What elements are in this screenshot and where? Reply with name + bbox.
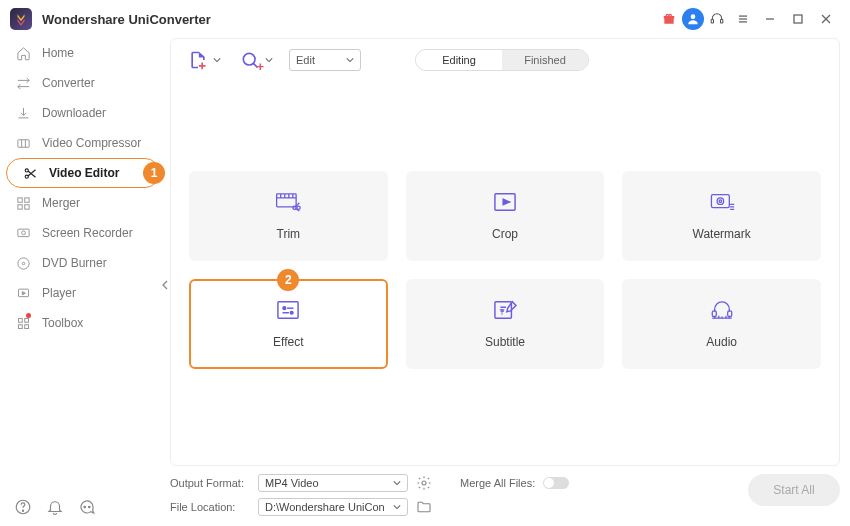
tile-trim[interactable]: Trim [189, 171, 388, 261]
tile-crop[interactable]: Crop [406, 171, 605, 261]
minimize-button[interactable] [756, 5, 784, 33]
svg-point-32 [717, 198, 724, 205]
folder-icon[interactable] [416, 499, 432, 515]
main-panel: + Edit Editing Finished Trim Crop Waterm… [170, 38, 840, 466]
toolbar: + Edit Editing Finished [171, 39, 839, 81]
tile-watermark[interactable]: Watermark [622, 171, 821, 261]
sidebar-item-label: Home [42, 46, 74, 60]
record-icon [14, 226, 32, 241]
svg-rect-10 [17, 139, 28, 147]
svg-rect-34 [278, 302, 298, 319]
tile-label: Crop [492, 227, 518, 241]
menu-icon[interactable] [730, 6, 756, 32]
svg-point-19 [17, 257, 28, 268]
tile-effect[interactable]: 2 Effect [189, 279, 388, 369]
svg-rect-22 [18, 318, 22, 322]
merge-toggle[interactable] [543, 477, 569, 489]
callout-badge-1: 1 [143, 162, 165, 184]
svg-rect-7 [794, 15, 802, 23]
svg-rect-41 [712, 311, 716, 317]
watermark-icon [709, 191, 735, 217]
output-format-select[interactable]: MP4 Video [258, 474, 408, 492]
sidebar-item-video-editor[interactable]: Video Editor1 [6, 158, 160, 188]
chevron-down-icon[interactable] [213, 56, 223, 64]
tile-audio[interactable]: Audio [622, 279, 821, 369]
settings-icon[interactable] [416, 475, 432, 491]
sidebar-item-merger[interactable]: Merger [0, 188, 164, 218]
svg-rect-25 [24, 324, 28, 328]
user-avatar-icon[interactable] [682, 8, 704, 30]
sidebar-item-label: Downloader [42, 106, 106, 120]
svg-rect-2 [721, 20, 723, 23]
svg-point-29 [297, 206, 300, 209]
sidebar-item-label: Video Editor [49, 166, 119, 180]
file-location-select[interactable]: D:\Wondershare UniConverter 1 [258, 498, 408, 516]
tile-label: Effect [273, 335, 303, 349]
add-url-button[interactable]: + [237, 47, 263, 73]
sidebar-item-screen-recorder[interactable]: Screen Recorder [0, 218, 164, 248]
svg-rect-16 [24, 204, 28, 208]
sidebar-item-home[interactable]: Home [0, 38, 164, 68]
converter-icon [14, 76, 32, 91]
output-format-label: Output Format: [170, 477, 250, 489]
app-title: Wondershare UniConverter [42, 12, 211, 27]
svg-point-53 [89, 506, 91, 508]
app-logo [10, 8, 32, 30]
sidebar: Home Converter Downloader Video Compress… [0, 38, 164, 498]
crop-icon [492, 191, 518, 217]
support-icon[interactable] [704, 6, 730, 32]
svg-point-51 [22, 510, 23, 511]
trim-icon [275, 191, 301, 217]
gift-icon[interactable] [656, 6, 682, 32]
sidebar-item-downloader[interactable]: Downloader [0, 98, 164, 128]
chevron-down-icon[interactable] [265, 56, 275, 64]
svg-rect-31 [711, 195, 729, 208]
svg-rect-23 [24, 318, 28, 322]
mode-select[interactable]: Edit [289, 49, 361, 71]
sidebar-item-compressor[interactable]: Video Compressor [0, 128, 164, 158]
svg-point-49 [422, 481, 426, 485]
audio-icon [709, 299, 735, 325]
svg-point-52 [84, 506, 86, 508]
svg-point-35 [283, 307, 286, 310]
svg-rect-13 [17, 197, 21, 201]
merger-icon [14, 196, 32, 211]
feedback-icon[interactable] [78, 498, 96, 516]
help-icon[interactable] [14, 498, 32, 516]
bell-icon[interactable] [46, 498, 64, 516]
close-button[interactable] [812, 5, 840, 33]
notification-dot [26, 313, 31, 318]
disc-icon [14, 256, 32, 271]
svg-point-37 [291, 311, 294, 314]
home-icon [14, 46, 32, 61]
sidebar-item-label: Merger [42, 196, 80, 210]
tab-editing[interactable]: Editing [416, 50, 502, 70]
sidebar-item-label: DVD Burner [42, 256, 107, 270]
svg-rect-15 [17, 204, 21, 208]
start-all-button[interactable]: Start All [748, 474, 840, 506]
tile-label: Watermark [693, 227, 751, 241]
svg-rect-17 [17, 229, 28, 237]
tool-grid: Trim Crop Watermark 2 Effect T Subtitle … [171, 81, 839, 369]
svg-text:T: T [499, 308, 504, 317]
subtitle-icon: T [492, 299, 518, 325]
svg-rect-24 [18, 324, 22, 328]
sidebar-item-label: Toolbox [42, 316, 83, 330]
tile-label: Trim [277, 227, 301, 241]
download-icon [14, 106, 32, 121]
tile-subtitle[interactable]: T Subtitle [406, 279, 605, 369]
add-file-button[interactable] [185, 47, 211, 73]
sidebar-item-toolbox[interactable]: Toolbox [0, 308, 164, 338]
tile-label: Subtitle [485, 335, 525, 349]
scissors-icon [21, 166, 39, 181]
sidebar-item-label: Player [42, 286, 76, 300]
file-location-label: File Location: [170, 501, 250, 513]
sidebar-item-converter[interactable]: Converter [0, 68, 164, 98]
sidebar-item-player[interactable]: Player [0, 278, 164, 308]
tab-finished[interactable]: Finished [502, 50, 588, 70]
maximize-button[interactable] [784, 5, 812, 33]
sidebar-item-dvd-burner[interactable]: DVD Burner [0, 248, 164, 278]
mode-select-label: Edit [296, 54, 315, 66]
sidebar-item-label: Video Compressor [42, 136, 141, 150]
merge-label: Merge All Files: [460, 477, 535, 489]
